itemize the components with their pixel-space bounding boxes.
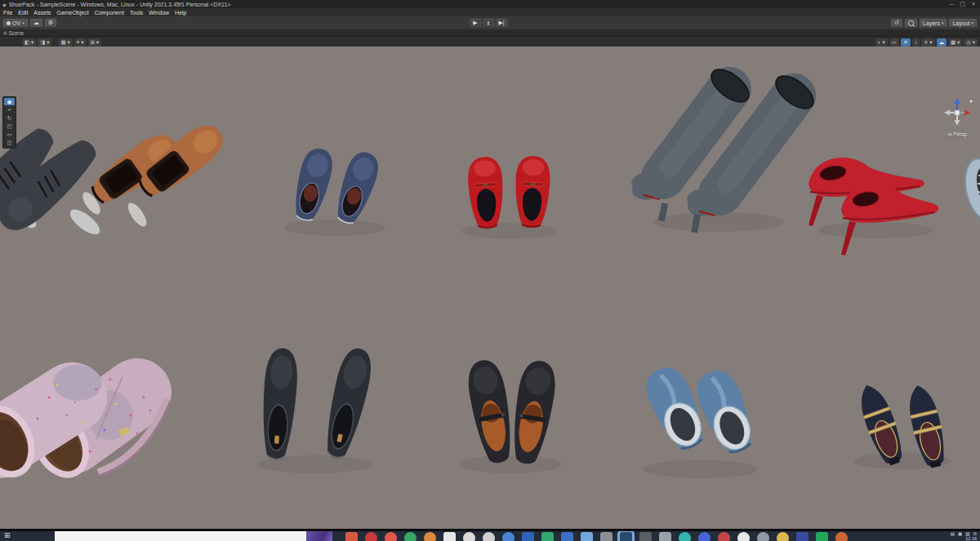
taskbar-app-icon[interactable] bbox=[522, 532, 534, 541]
cloud-button[interactable]: ☁ bbox=[30, 19, 42, 28]
taskbar-app-icon[interactable] bbox=[718, 532, 730, 541]
grid-visibility-button[interactable]: ▦ ▾ bbox=[58, 38, 72, 47]
gizmos-button[interactable]: ◎ ▾ bbox=[964, 38, 978, 47]
scene-orientation-gizmo[interactable]: x ⊲ Persp bbox=[938, 96, 976, 138]
rect-tool-button[interactable]: ▭ bbox=[4, 131, 15, 138]
layout-dropdown[interactable]: Layout ▾ bbox=[949, 19, 977, 28]
tab-scene[interactable]: Scene bbox=[9, 30, 24, 36]
taskbar-search-box[interactable] bbox=[55, 531, 332, 541]
taskbar-app-icon[interactable] bbox=[385, 532, 397, 541]
scene-viewport[interactable]: ◉+↻◰▭◫ x ⊲ Persp bbox=[0, 47, 980, 529]
axis-gizmo[interactable]: x bbox=[939, 96, 975, 129]
minimize-button[interactable]: – bbox=[950, 1, 953, 7]
shoe-slip-ons-black[interactable] bbox=[259, 345, 376, 462]
taskbar-clock[interactable]: 12:16 bbox=[965, 536, 977, 541]
taskbar-app-icon[interactable] bbox=[620, 532, 632, 541]
taskbar-app-icon[interactable] bbox=[679, 532, 691, 541]
camera-button[interactable]: ▦ ▾ bbox=[948, 38, 962, 47]
taskbar-app-icon[interactable] bbox=[600, 532, 612, 541]
tray-icon[interactable]: ▤ bbox=[951, 531, 955, 536]
scale-tool-button[interactable]: ◰ bbox=[4, 122, 15, 130]
play-button[interactable]: ▶ bbox=[470, 19, 482, 28]
rotate-tool-button[interactable]: ↻ bbox=[4, 114, 15, 122]
shoe-rain-boots-pink[interactable] bbox=[0, 365, 171, 483]
axis-down-cone[interactable] bbox=[955, 120, 960, 126]
step-button[interactable]: ▶| bbox=[496, 19, 508, 28]
main-toolbar: OV ▾ ☁ ⚙ ▶ ‖ ▶| ↺ Layers ▾ Layout ▾ bbox=[0, 16, 980, 30]
taskbar-app-icon[interactable] bbox=[698, 532, 710, 541]
move-tool-button[interactable]: + bbox=[4, 106, 15, 113]
view-tool-button[interactable]: ◉ bbox=[4, 98, 15, 105]
axis-up-cone[interactable] bbox=[954, 98, 960, 104]
layers-label: Layers bbox=[923, 20, 940, 26]
close-button[interactable]: × bbox=[972, 1, 975, 7]
effects-button[interactable]: ✳ ▾ bbox=[921, 38, 935, 47]
menu-gameobject[interactable]: GameObject bbox=[56, 10, 88, 16]
grid-snap-button[interactable]: ⊞ ▾ bbox=[88, 38, 102, 47]
start-button[interactable]: ⊞ bbox=[4, 531, 11, 539]
taskbar-app-icon[interactable] bbox=[404, 532, 416, 541]
menu-file[interactable]: File bbox=[3, 10, 12, 16]
taskbar-app-icon[interactable] bbox=[639, 532, 652, 541]
taskbar-row: ⊞ ▤▣▧⊘ 12:16 bbox=[0, 531, 980, 541]
taskbar-app-icon[interactable] bbox=[365, 532, 377, 541]
pause-button[interactable]: ‖ bbox=[483, 19, 495, 28]
taskbar-app-icon[interactable] bbox=[796, 532, 808, 541]
menu-tools[interactable]: Tools bbox=[130, 10, 143, 16]
shoe-knee-boots-gray[interactable] bbox=[628, 63, 819, 233]
undo-history-button[interactable]: ↺ bbox=[891, 19, 902, 28]
audio-button[interactable]: ♪ bbox=[912, 38, 920, 47]
taskbar-app-icon[interactable] bbox=[816, 532, 828, 541]
taskbar-app-icon[interactable] bbox=[581, 532, 593, 541]
gizmo-center-cube[interactable] bbox=[955, 110, 960, 115]
tray-icon[interactable]: ▣ bbox=[958, 531, 962, 536]
menu-component[interactable]: Component bbox=[95, 10, 124, 16]
shoe-mary-janes-black[interactable] bbox=[464, 357, 559, 467]
axis-left-cone[interactable] bbox=[944, 110, 950, 116]
shoe-loafers-red[interactable] bbox=[467, 156, 551, 229]
transform-tool-button[interactable]: ◫ bbox=[4, 139, 15, 146]
shoe-clogs-blue[interactable] bbox=[639, 361, 760, 459]
taskbar-app-icon[interactable] bbox=[757, 532, 769, 541]
scene-canvas[interactable] bbox=[0, 47, 980, 529]
settings-button[interactable]: ⚙ bbox=[45, 19, 56, 28]
menu-window[interactable]: Window bbox=[149, 10, 169, 16]
taskbar-app-icon[interactable] bbox=[561, 532, 573, 541]
taskbar-app-icon[interactable] bbox=[835, 532, 848, 541]
shoe-stilettos-red[interactable] bbox=[808, 157, 938, 255]
taskbar-app-icon[interactable] bbox=[659, 532, 671, 541]
search-icon bbox=[908, 20, 914, 26]
taskbar-app-icon[interactable] bbox=[345, 532, 358, 541]
lighting-button[interactable]: ☀ bbox=[901, 38, 911, 47]
taskbar-app-icon[interactable] bbox=[483, 532, 495, 541]
taskbar-app-icon[interactable] bbox=[737, 532, 750, 541]
stiletto-front[interactable] bbox=[841, 184, 938, 255]
maximize-button[interactable]: ▢ bbox=[960, 1, 965, 7]
menu-assets[interactable]: Assets bbox=[33, 10, 51, 16]
account-icon bbox=[7, 21, 11, 25]
account-button[interactable]: OV ▾ bbox=[3, 19, 28, 28]
search-highlight-image[interactable] bbox=[306, 531, 332, 541]
taskbar-app-icon[interactable] bbox=[443, 532, 456, 541]
shoe-chelsea-boots-tan[interactable] bbox=[79, 117, 230, 228]
shoe-partial-blue[interactable] bbox=[960, 156, 980, 224]
taskbar-app-icon[interactable] bbox=[463, 532, 475, 541]
taskbar-app-icon[interactable] bbox=[541, 532, 554, 541]
menu-help[interactable]: Help bbox=[175, 10, 186, 16]
search-button[interactable] bbox=[905, 19, 917, 28]
visibility-button[interactable]: ☁ bbox=[937, 38, 947, 47]
view-2d-button[interactable]: ▭ bbox=[889, 38, 899, 47]
snap-settings-button[interactable]: ≡ ▾ bbox=[74, 38, 87, 47]
shoe-loafers-navy[interactable] bbox=[289, 145, 383, 228]
taskbar-app-icon[interactable] bbox=[424, 532, 436, 541]
tool-settings-button[interactable]: ◧ ▾ bbox=[22, 38, 36, 47]
axis-dot[interactable] bbox=[969, 100, 972, 102]
taskbar-app-icon[interactable] bbox=[777, 532, 789, 541]
layers-dropdown[interactable]: Layers ▾ bbox=[920, 19, 947, 28]
taskbar-app-icon[interactable] bbox=[502, 532, 514, 541]
menu-edit[interactable]: Edit bbox=[18, 10, 28, 16]
axis-x-cone[interactable] bbox=[964, 110, 970, 116]
projection-label[interactable]: ⊲ Persp bbox=[938, 131, 976, 138]
draw-mode-button[interactable]: ◐ ▾ bbox=[875, 38, 888, 47]
pivot-rotation-button[interactable]: ◨ ▾ bbox=[38, 38, 51, 47]
